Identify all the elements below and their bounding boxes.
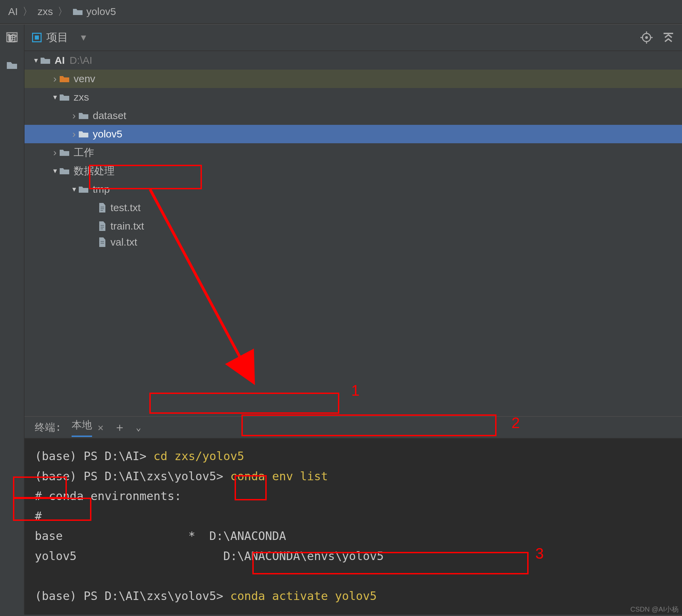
folder-icon	[59, 148, 70, 157]
project-tree[interactable]: AI D:\AI venv zxs	[25, 51, 682, 416]
folder-icon	[78, 112, 89, 120]
tree-row-root[interactable]: AI D:\AI	[25, 51, 682, 70]
terminal-label: 终端:	[35, 421, 61, 435]
svg-rect-12	[101, 210, 103, 211]
svg-rect-13	[101, 225, 104, 226]
tree-item-label: AI	[55, 55, 65, 66]
tree-item-label: val.txt	[110, 236, 137, 248]
folder-icon[interactable]	[6, 60, 18, 70]
tree-row-dataproc[interactable]: 数据处理	[25, 162, 682, 180]
env-yolov5: yolov5	[35, 549, 77, 563]
cmd-conda-activate: conda activate yolov5	[230, 589, 377, 603]
tree-item-label: venv	[74, 73, 95, 85]
svg-rect-15	[101, 229, 103, 229]
project-panel-header: 项目 ▼	[25, 25, 682, 51]
structure-icon[interactable]	[6, 32, 18, 42]
tree-row-venv[interactable]: venv	[25, 70, 682, 88]
env-path: * D:\ANACONDA	[63, 529, 286, 543]
tree-item-label: train.txt	[110, 220, 144, 232]
tree-item-label: test.txt	[110, 202, 140, 214]
tree-row-yolov5[interactable]: yolov5	[25, 125, 682, 143]
chevron-right-icon[interactable]	[70, 128, 78, 140]
close-tab-icon[interactable]: ×	[98, 422, 104, 434]
svg-point-4	[645, 36, 648, 39]
breadcrumb-item-zxs[interactable]: zxs	[38, 6, 53, 17]
chevron-right-icon[interactable]	[70, 110, 78, 121]
tree-item-label: tmp	[93, 184, 110, 195]
prompt: (base) PS D:\AI\zxs\yolov5>	[35, 589, 230, 603]
svg-rect-14	[101, 227, 104, 228]
folder-icon	[78, 130, 89, 138]
folder-icon	[40, 56, 50, 64]
term-line: #	[35, 509, 42, 523]
term-line: # conda environments:	[35, 489, 181, 503]
tree-row-val[interactable]: val.txt	[25, 235, 682, 249]
terminal-tabs: 终端: 本地 × ＋ ⌄	[25, 417, 682, 439]
svg-rect-0	[7, 33, 17, 42]
chevron-right-icon[interactable]	[50, 73, 59, 85]
tree-item-label: yolov5	[93, 128, 122, 140]
project-view-icon	[32, 33, 42, 42]
chevron-down-icon[interactable]	[31, 56, 40, 65]
folder-icon	[59, 93, 70, 101]
tree-item-label: 工作	[74, 146, 94, 160]
file-icon	[98, 237, 106, 247]
file-icon	[98, 221, 106, 231]
tree-row-tmp[interactable]: tmp	[25, 180, 682, 199]
project-panel-title[interactable]: 项目	[46, 30, 68, 45]
chevron-down-icon[interactable]: ⌄	[136, 422, 141, 432]
chevron-down-icon[interactable]: ▼	[79, 32, 88, 43]
chevron-down-icon[interactable]	[50, 166, 59, 175]
prompt: (base) PS D:\AI\zxs\yolov5>	[35, 469, 230, 483]
tree-row-train[interactable]: train.txt	[25, 217, 682, 235]
breadcrumb-item-ai[interactable]: AI	[8, 6, 18, 17]
breadcrumb: AI 〉 zxs 〉 yolov5	[0, 0, 682, 24]
folder-icon	[59, 167, 70, 175]
chevron-down-icon[interactable]	[70, 185, 78, 194]
folder-icon	[59, 75, 70, 83]
tree-item-label: zxs	[74, 91, 89, 103]
folder-icon	[78, 185, 89, 193]
breadcrumb-sep-icon: 〉	[23, 5, 33, 19]
svg-rect-10	[101, 207, 104, 207]
folder-icon	[73, 8, 83, 16]
breadcrumb-sep-icon: 〉	[58, 5, 68, 19]
chevron-right-icon[interactable]	[50, 147, 59, 158]
tree-row-test[interactable]: test.txt	[25, 199, 682, 217]
env-base: base	[35, 529, 63, 543]
tree-item-label: 数据处理	[74, 164, 115, 178]
file-icon	[98, 203, 106, 213]
tree-item-hint: D:\AI	[70, 55, 92, 66]
new-tab-icon[interactable]: ＋	[114, 420, 125, 435]
terminal-panel: 终端: 本地 × ＋ ⌄ (base) PS D:\AI> cd zxs/yol…	[25, 416, 682, 616]
watermark: CSDN @AI小杨	[631, 605, 679, 614]
target-icon[interactable]	[640, 31, 653, 44]
svg-rect-17	[101, 243, 104, 244]
cmd-cd: cd zxs/yolov5	[153, 449, 244, 463]
collapse-all-icon[interactable]	[662, 31, 674, 44]
breadcrumb-item-yolov5[interactable]: yolov5	[86, 6, 116, 17]
tree-row-work[interactable]: 工作	[25, 143, 682, 162]
terminal-body[interactable]: (base) PS D:\AI> cd zxs/yolov5 (base) PS…	[25, 439, 682, 616]
tree-row-dataset[interactable]: dataset	[25, 106, 682, 125]
chevron-down-icon[interactable]	[50, 93, 59, 102]
left-gutter: 项目	[0, 25, 25, 616]
tree-item-label: dataset	[93, 110, 126, 121]
tree-row-zxs[interactable]: zxs	[25, 88, 682, 106]
env-path: D:\ANACONDA\envs\yolov5	[77, 549, 384, 563]
bottom-crop	[0, 615, 682, 616]
cmd-conda-list: conda env list	[230, 469, 328, 483]
svg-rect-11	[101, 208, 104, 209]
prompt: (base) PS D:\AI>	[35, 449, 153, 463]
svg-rect-16	[101, 241, 104, 242]
terminal-tab-local[interactable]: 本地	[72, 418, 92, 437]
